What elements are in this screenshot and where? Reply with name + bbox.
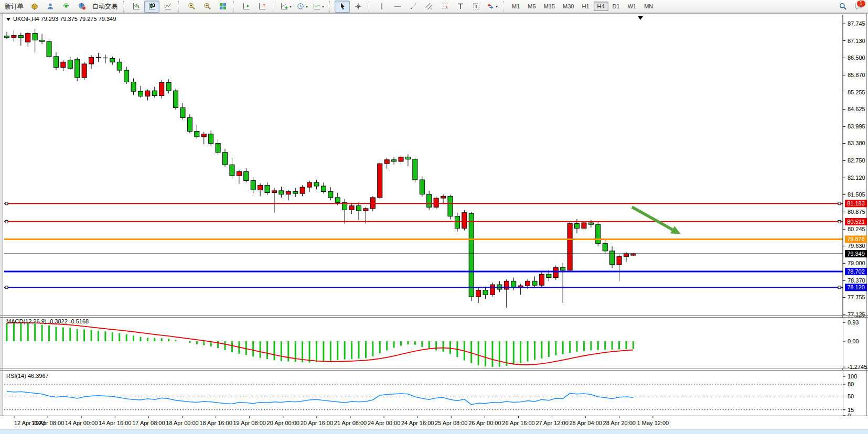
time-axis-label: 21 Apr 08:00 [334, 420, 367, 426]
candle [174, 91, 178, 107]
candle [195, 131, 199, 136]
candle [265, 185, 270, 192]
macd-axis-label: 0.00 [848, 338, 859, 344]
price-axis-label: 86.500 [848, 55, 865, 61]
price-axis-label: 80.245 [848, 226, 865, 232]
chart-symbol-label: UKOil-,H4 79.293 79.375 79.275 79.349 [13, 16, 116, 22]
candle [223, 153, 228, 165]
candle [553, 267, 558, 277]
candle [596, 224, 601, 244]
chart-area: UKOil-,H4 79.293 79.375 79.275 79.34987.… [0, 0, 868, 434]
rsi-axis-label: 15 [848, 407, 854, 413]
time-axis-label: 14 Apr 16:00 [99, 420, 131, 426]
time-axis-label: 24 Apr 16:00 [401, 420, 434, 426]
candle [124, 70, 129, 82]
time-axis-label: 13 Apr 08:00 [31, 420, 64, 426]
candle [357, 206, 361, 211]
candle [349, 206, 354, 210]
candle [68, 60, 72, 69]
rsi-axis-label: 50 [848, 393, 854, 399]
candle [603, 244, 607, 251]
candle [26, 33, 30, 42]
candle [82, 64, 87, 78]
candle [166, 82, 171, 91]
time-axis-label: 26 Apr 16:00 [502, 420, 534, 426]
candle [5, 36, 9, 38]
macd-axis-label: 0.93 [848, 319, 859, 326]
price-axis-label: 79.630 [848, 243, 865, 249]
time-axis-label: 18 Apr 00:00 [166, 420, 198, 426]
line-handle[interactable] [838, 220, 841, 223]
candle [237, 171, 241, 176]
line-handle[interactable] [5, 286, 8, 289]
candle [314, 182, 319, 186]
line-handle[interactable] [5, 220, 8, 223]
candle [363, 209, 368, 211]
time-axis-label: 20 Apr 16:00 [301, 420, 333, 426]
macd-panel-canvas[interactable] [4, 318, 843, 368]
time-axis-label: 24 Apr 00:00 [368, 420, 400, 426]
price-axis-label: 82.120 [848, 175, 865, 181]
rsi-axis-label: 100 [848, 373, 857, 379]
candle [532, 281, 537, 285]
candle [47, 41, 51, 57]
price-badge-label: 81.183 [847, 200, 865, 207]
candle [272, 191, 276, 193]
candle [588, 223, 593, 224]
price-axis-label: 78.370 [848, 277, 865, 284]
price-axis-label: 83.995 [848, 123, 865, 129]
window-left-frame [0, 14, 3, 430]
price-axis-label: 79.000 [848, 260, 865, 266]
candle [187, 117, 192, 131]
candle [293, 191, 298, 193]
price-axis-label: 77.755 [848, 294, 865, 300]
price-badge-label: 78.120 [847, 284, 865, 290]
price-badge-label: 78.702 [847, 268, 865, 275]
price-badge-label: 79.878 [847, 236, 865, 242]
candle [89, 57, 94, 64]
candle [455, 216, 459, 228]
price-axis-label: 85.255 [848, 89, 865, 95]
candle [441, 196, 446, 198]
candle [399, 157, 403, 161]
rsi-panel-canvas[interactable] [4, 371, 843, 416]
candle [251, 181, 255, 190]
price-axis-label: 81.505 [848, 191, 865, 198]
candle [117, 62, 122, 70]
price-badge-label: 79.349 [847, 251, 865, 257]
candle [307, 182, 312, 187]
candle [286, 191, 291, 194]
candle [561, 267, 565, 270]
time-axis-label: 25 Apr 08:00 [435, 420, 467, 426]
candle [511, 281, 516, 287]
candle [405, 157, 410, 159]
line-handle[interactable] [838, 202, 841, 205]
price-axis-label: 82.750 [848, 157, 865, 164]
time-axis-label: 28 Apr 04:00 [570, 420, 602, 426]
candle [462, 213, 467, 229]
candle [110, 59, 115, 62]
candle [504, 281, 509, 289]
candle [300, 187, 305, 193]
candle [469, 213, 474, 297]
time-axis-label: 26 Apr 00:00 [468, 420, 501, 426]
candle [427, 194, 432, 208]
line-handle[interactable] [5, 202, 8, 205]
candle [216, 143, 220, 152]
macd-axis-label: -1.2745 [848, 364, 867, 370]
candle [483, 290, 488, 295]
candle [328, 191, 333, 197]
candle [18, 36, 23, 38]
line-handle[interactable] [838, 286, 841, 289]
candle [526, 281, 530, 286]
time-axis-label: 18 Apr 16:00 [199, 420, 232, 426]
candle [335, 198, 340, 202]
candle [279, 191, 284, 194]
candle [617, 256, 621, 265]
main-chart-canvas[interactable] [4, 15, 843, 316]
candle [378, 164, 382, 198]
candle [159, 82, 164, 95]
candle [392, 160, 397, 161]
time-axis-label: 20 Apr 00:00 [267, 420, 299, 426]
candle [582, 223, 586, 228]
